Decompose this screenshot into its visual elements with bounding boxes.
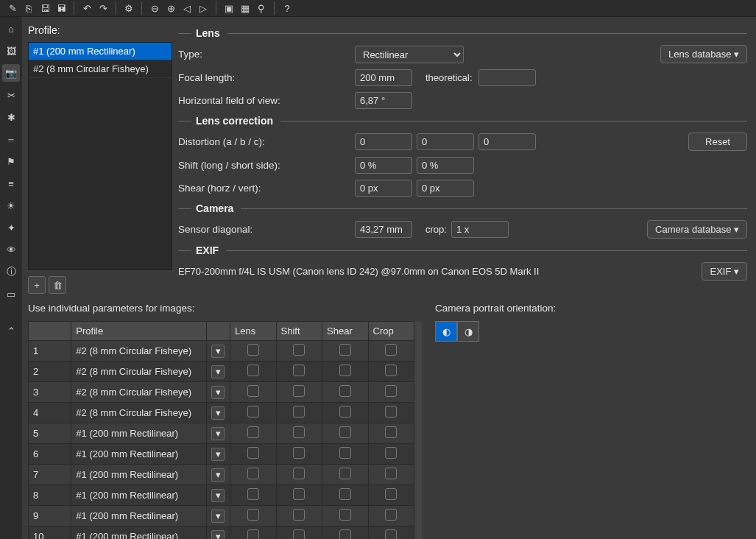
row-crop-checkbox[interactable] xyxy=(385,426,397,438)
row-dropdown[interactable]: ▾ xyxy=(211,530,225,540)
row-shear-checkbox[interactable] xyxy=(339,447,351,459)
row-lens-checkbox[interactable] xyxy=(247,468,259,479)
row-lens-checkbox[interactable] xyxy=(247,344,259,356)
home-icon[interactable]: ⌂ xyxy=(2,20,20,38)
row-shear-checkbox[interactable] xyxy=(339,406,351,418)
row-lens-checkbox[interactable] xyxy=(247,447,259,459)
row-shift-checkbox[interactable] xyxy=(293,406,305,418)
zoom-out-icon[interactable]: ⊖ xyxy=(146,0,163,16)
row-dropdown[interactable]: ▾ xyxy=(211,427,225,440)
open-icon[interactable]: ⎘ xyxy=(21,0,37,16)
table-row[interactable]: 10#1 (200 mm Rectilinear)▾ xyxy=(29,526,414,540)
dist-a[interactable] xyxy=(355,133,412,150)
row-dropdown[interactable]: ▾ xyxy=(211,448,225,461)
row-shear-checkbox[interactable] xyxy=(339,529,351,539)
camera-icon[interactable]: 📷 xyxy=(2,64,20,82)
adjust-icon[interactable]: ✱ xyxy=(2,108,20,126)
lens-database-button[interactable]: Lens database ▾ xyxy=(660,45,747,63)
dist-c[interactable] xyxy=(478,133,536,150)
row-crop-checkbox[interactable] xyxy=(385,509,397,521)
table-row[interactable]: 7#1 (200 mm Rectilinear)▾ xyxy=(29,465,414,485)
zoom-in-icon[interactable]: ⊕ xyxy=(163,0,179,16)
orient-left-button[interactable]: ◐ xyxy=(435,321,457,342)
table-row[interactable]: 8#1 (200 mm Rectilinear)▾ xyxy=(29,485,414,506)
row-shift-checkbox[interactable] xyxy=(293,344,305,356)
row-crop-checkbox[interactable] xyxy=(385,447,397,459)
row-shear-checkbox[interactable] xyxy=(339,468,351,479)
row-shift-checkbox[interactable] xyxy=(293,488,305,500)
row-lens-checkbox[interactable] xyxy=(247,529,259,539)
next-icon[interactable]: ▷ xyxy=(195,0,211,16)
image-icon[interactable]: 🖼 xyxy=(2,42,20,60)
shear-b[interactable] xyxy=(417,180,474,197)
pin-icon[interactable]: ⚲ xyxy=(253,0,269,16)
undo-icon[interactable]: ↶ xyxy=(79,0,95,16)
row-dropdown[interactable]: ▾ xyxy=(211,345,225,358)
prev-icon[interactable]: ◁ xyxy=(179,0,195,16)
row-shear-checkbox[interactable] xyxy=(339,509,351,521)
row-shift-checkbox[interactable] xyxy=(293,426,305,438)
table-row[interactable]: 2#2 (8 mm Circular Fisheye)▾ xyxy=(29,362,414,382)
sensor-input[interactable] xyxy=(355,221,412,238)
table-row[interactable]: 9#1 (200 mm Rectilinear)▾ xyxy=(29,506,414,526)
shift-a[interactable] xyxy=(355,157,412,174)
brightness-icon[interactable]: ☀ xyxy=(2,197,20,214)
row-crop-checkbox[interactable] xyxy=(385,385,397,397)
shift-b[interactable] xyxy=(417,157,474,174)
info-icon[interactable]: ⓘ xyxy=(2,263,20,281)
row-lens-checkbox[interactable] xyxy=(247,385,259,397)
row-dropdown[interactable]: ▾ xyxy=(211,406,225,420)
focal-input[interactable] xyxy=(355,69,412,86)
crop-input[interactable] xyxy=(451,221,509,238)
equalizer-icon[interactable]: ⎓ xyxy=(2,130,20,148)
profile-item-1[interactable]: #1 (200 mm Rectilinear) xyxy=(29,43,172,60)
row-lens-checkbox[interactable] xyxy=(247,509,259,521)
row-dropdown[interactable]: ▾ xyxy=(211,386,225,399)
row-dropdown[interactable]: ▾ xyxy=(211,510,225,523)
camera-database-button[interactable]: Camera database ▾ xyxy=(647,220,747,239)
geotag-icon[interactable]: ⚑ xyxy=(2,152,20,170)
delete-profile-button[interactable]: 🗑 xyxy=(49,276,66,294)
layout-icon[interactable]: ▭ xyxy=(2,285,20,303)
table-row[interactable]: 4#2 (8 mm Circular Fisheye)▾ xyxy=(29,403,414,423)
collapse-icon[interactable]: ⌃ xyxy=(2,322,20,339)
table-row[interactable]: 3#2 (8 mm Circular Fisheye)▾ xyxy=(29,382,414,403)
table-scrollbar[interactable] xyxy=(414,321,422,539)
theoretical-input[interactable] xyxy=(478,69,536,86)
row-shift-checkbox[interactable] xyxy=(293,529,305,539)
row-shear-checkbox[interactable] xyxy=(339,488,351,500)
redo-icon[interactable]: ↷ xyxy=(95,0,111,16)
row-dropdown[interactable]: ▾ xyxy=(211,489,225,502)
row-lens-checkbox[interactable] xyxy=(247,406,259,418)
row-lens-checkbox[interactable] xyxy=(247,364,259,376)
row-crop-checkbox[interactable] xyxy=(385,344,397,356)
row-shear-checkbox[interactable] xyxy=(339,426,351,438)
exif-button[interactable]: EXIF ▾ xyxy=(702,262,747,281)
row-dropdown[interactable]: ▾ xyxy=(211,468,225,482)
add-profile-button[interactable]: + xyxy=(28,276,46,294)
profile-item-2[interactable]: #2 (8 mm Circular Fisheye) xyxy=(29,60,172,78)
row-shift-checkbox[interactable] xyxy=(293,364,305,376)
orient-right-button[interactable]: ◑ xyxy=(457,321,479,342)
row-lens-checkbox[interactable] xyxy=(247,426,259,438)
settings-icon[interactable]: ⚙ xyxy=(121,0,137,16)
preview-icon[interactable]: 👁 xyxy=(2,241,20,258)
row-dropdown[interactable]: ▾ xyxy=(211,365,225,378)
grid-icon[interactable]: ▦ xyxy=(237,0,253,16)
new-icon[interactable]: ✎ xyxy=(4,0,21,16)
table-row[interactable]: 6#1 (200 mm Rectilinear)▾ xyxy=(29,444,414,465)
row-shift-checkbox[interactable] xyxy=(293,385,305,397)
row-crop-checkbox[interactable] xyxy=(385,406,397,418)
crop-icon[interactable]: ✂ xyxy=(2,86,20,104)
table-row[interactable]: 5#1 (200 mm Rectilinear)▾ xyxy=(29,423,414,444)
deghost-icon[interactable]: ✦ xyxy=(2,219,20,236)
table-row[interactable]: 1#2 (8 mm Circular Fisheye)▾ xyxy=(29,341,414,362)
reset-button[interactable]: Reset xyxy=(688,133,747,151)
row-shear-checkbox[interactable] xyxy=(339,344,351,356)
row-lens-checkbox[interactable] xyxy=(247,488,259,500)
help-icon[interactable]: ? xyxy=(279,0,295,16)
save-as-icon[interactable]: 🖬 xyxy=(53,0,69,16)
row-shear-checkbox[interactable] xyxy=(339,385,351,397)
panels-icon[interactable]: ▣ xyxy=(221,0,237,16)
stack-icon[interactable]: ≡ xyxy=(2,175,20,192)
